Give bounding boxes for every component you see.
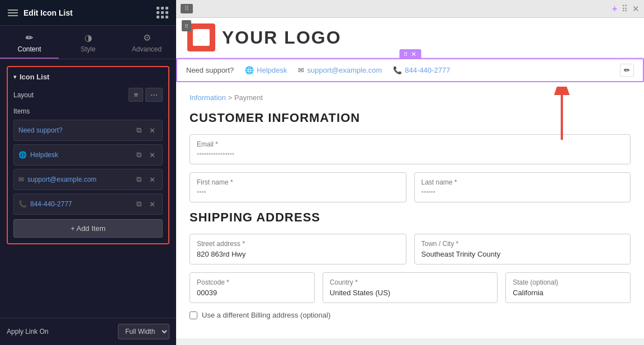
section-arrow-icon: ▾ <box>13 74 16 80</box>
tab-advanced-label: Advanced <box>132 45 162 53</box>
first-name-field[interactable]: First name * •••• <box>190 172 406 202</box>
list-item-text-3: ✉ support@example.com <box>18 176 134 183</box>
postcode-group: Postcode * 00039 <box>190 272 315 303</box>
item-3-delete-btn[interactable]: ✕ <box>147 174 158 185</box>
panel-title: Edit Icon List <box>23 8 73 17</box>
postcode-field[interactable]: Postcode * 00039 <box>190 272 315 303</box>
icon-list-title: ▾ Icon List <box>13 73 163 81</box>
first-name-value: •••• <box>197 188 399 196</box>
state-value: California <box>513 289 623 297</box>
email-link[interactable]: support@example.com <box>307 66 382 74</box>
left-panel: Edit Icon List ✏ Content ◑ Style ⚙ Advan… <box>0 0 176 345</box>
phone-link[interactable]: 844-440-2777 <box>405 66 450 74</box>
list-item-text-2: 🌐 Helpdesk <box>18 151 134 159</box>
list-item-text-4: 📞 844-440-2777 <box>18 200 134 208</box>
breadcrumb-next: Payment <box>234 93 263 102</box>
item-4-duplicate-btn[interactable]: ⧉ <box>134 199 144 210</box>
last-name-field[interactable]: Last name * •••••• <box>414 172 631 202</box>
list-item: 🌐 Helpdesk ⧉ ✕ <box>13 144 163 166</box>
list-item-text-1: Need support? <box>18 126 134 134</box>
tab-content[interactable]: ✏ Content <box>0 26 59 59</box>
postcode-label: Postcode * <box>197 278 307 286</box>
postcode-value: 00039 <box>197 289 307 297</box>
support-bar-edit-btn[interactable]: ✏ <box>620 64 634 77</box>
need-support-text: Need support? <box>186 66 234 74</box>
item-2-label: Helpdesk <box>30 151 58 159</box>
add-element-btn[interactable]: + <box>612 4 617 14</box>
list-item-1-actions: ⧉ ✕ <box>134 125 158 136</box>
state-label: State (optional) <box>513 278 623 286</box>
first-name-label: First name * <box>197 178 399 186</box>
style-tab-icon: ◑ <box>84 32 92 43</box>
layout-grid-btn[interactable]: ⋯ <box>145 88 163 102</box>
postcode-country-row: Postcode * 00039 Country * United States… <box>190 272 631 303</box>
hamburger-icon[interactable] <box>8 10 18 16</box>
list-item: ✉ support@example.com ⧉ ✕ <box>13 169 163 190</box>
list-item-2-actions: ⧉ ✕ <box>134 149 158 160</box>
logo-bar-control: ⠿ <box>182 20 191 31</box>
support-bar-close-btn[interactable]: ✕ <box>411 50 416 58</box>
item-3-email-icon: ✉ <box>18 176 24 183</box>
state-field[interactable]: State (optional) California <box>505 272 631 303</box>
address-row: Street address * 820 863rd Hwy Town / Ci… <box>190 234 631 264</box>
item-2-duplicate-btn[interactable]: ⧉ <box>134 149 144 160</box>
logo-square-icon <box>187 23 215 51</box>
apply-link-row: Apply Link On Full Width Icon Text <box>0 318 176 345</box>
email-icon: ✉ <box>298 66 304 74</box>
item-4-phone-icon: 📞 <box>18 200 27 208</box>
logo-bar-drag-icon: ⠿ <box>184 23 188 30</box>
email-field[interactable]: Email * •••••••••••••••• <box>190 134 631 164</box>
street-label: Street address * <box>197 240 399 248</box>
breadcrumb: Information > Payment <box>190 93 631 102</box>
country-group: Country * United States (US) <box>323 272 498 303</box>
icon-list-section: ▾ Icon List Layout ≡ ⋯ Items Need suppor… <box>7 66 169 244</box>
helpdesk-link[interactable]: Helpdesk <box>257 66 287 74</box>
support-need-support: Need support? <box>186 66 234 74</box>
apply-link-label: Apply Link On <box>7 328 49 335</box>
country-field[interactable]: Country * United States (US) <box>323 272 498 303</box>
item-3-duplicate-btn[interactable]: ⧉ <box>134 174 144 185</box>
advanced-tab-icon: ⚙ <box>143 32 151 43</box>
town-group: Town / City * Southeast Trinity County <box>414 234 631 264</box>
item-1-delete-btn[interactable]: ✕ <box>147 125 158 136</box>
logo-text: YOUR LOGO <box>222 27 342 48</box>
logo-inner-block <box>193 29 210 46</box>
breadcrumb-info-link[interactable]: Information <box>190 93 226 102</box>
item-1-label: Need support? <box>18 126 63 134</box>
item-4-label: 844-440-2777 <box>30 200 72 208</box>
add-item-button[interactable]: + Add Item <box>13 219 163 238</box>
grid-icon[interactable] <box>157 7 168 18</box>
item-4-delete-btn[interactable]: ✕ <box>147 199 158 210</box>
item-1-duplicate-btn[interactable]: ⧉ <box>134 125 144 136</box>
billing-checkbox[interactable] <box>190 311 197 319</box>
layout-list-btn[interactable]: ≡ <box>129 88 143 102</box>
grid-view-btn[interactable]: ⠿ <box>622 4 628 14</box>
billing-checkbox-label: Use a different Billing address (optiona… <box>202 311 330 319</box>
apply-link-select[interactable]: Full Width Icon Text <box>118 324 169 339</box>
email-value: •••••••••••••••• <box>197 150 623 158</box>
name-row: First name * •••• Last name * •••••• <box>190 172 631 202</box>
street-field[interactable]: Street address * 820 863rd Hwy <box>190 234 406 264</box>
close-canvas-btn[interactable]: ✕ <box>632 4 640 14</box>
country-label: Country * <box>330 278 490 286</box>
email-label: Email * <box>197 140 623 148</box>
tab-style[interactable]: ◑ Style <box>59 26 117 59</box>
drag-handle-icon: ⠿ <box>184 5 189 12</box>
content-tab-icon: ✏ <box>26 32 33 43</box>
street-value: 820 863rd Hwy <box>197 250 399 258</box>
town-value: Southeast Trinity County <box>422 250 624 258</box>
tab-content-label: Content <box>17 45 41 53</box>
layout-label: Layout <box>13 91 34 99</box>
email-form-group: Email * •••••••••••••••• <box>190 134 631 164</box>
canvas-content: Information > Payment CUSTOMER INFORMATI… <box>176 82 644 338</box>
tab-style-label: Style <box>80 45 96 53</box>
item-3-label: support@example.com <box>27 176 97 183</box>
support-bar-wrapper: ⠿ ✕ Need support? 🌐 Helpdesk ✉ support@e… <box>176 58 644 82</box>
list-item-3-actions: ⧉ ✕ <box>134 174 158 185</box>
town-field[interactable]: Town / City * Southeast Trinity County <box>414 234 631 264</box>
helpdesk-globe-icon: 🌐 <box>245 66 254 74</box>
last-name-value: •••••• <box>422 188 624 196</box>
support-helpdesk: 🌐 Helpdesk <box>245 66 287 74</box>
tab-advanced[interactable]: ⚙ Advanced <box>117 26 176 59</box>
item-2-delete-btn[interactable]: ✕ <box>147 150 158 160</box>
